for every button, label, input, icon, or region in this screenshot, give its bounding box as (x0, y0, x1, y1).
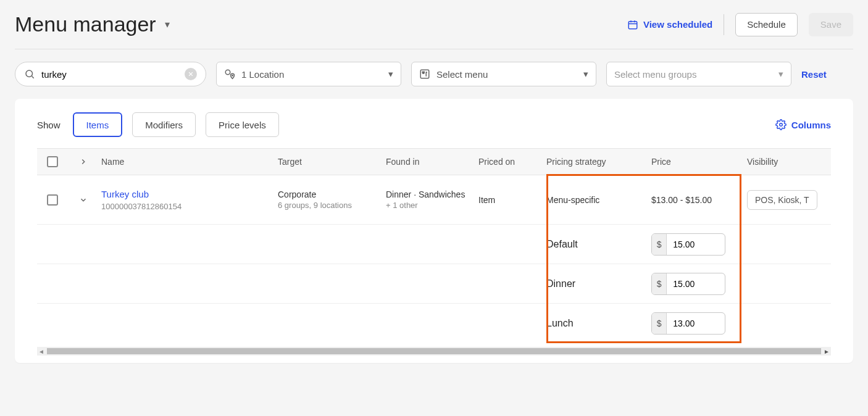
svg-point-2 (225, 70, 230, 75)
location-label: 1 Location (241, 69, 284, 80)
clear-search-button[interactable] (185, 68, 197, 80)
save-button: Save (809, 13, 853, 36)
view-scheduled-link[interactable]: View scheduled (627, 19, 712, 30)
reset-link[interactable]: Reset (801, 69, 827, 80)
currency-prefix: $ (652, 313, 667, 334)
col-priced-on[interactable]: Priced on (478, 157, 546, 167)
svg-point-3 (232, 75, 233, 77)
price-level-rows: Default $ Dinner (37, 225, 831, 343)
page-title: Menu manager (15, 12, 156, 36)
select-all-checkbox[interactable] (47, 156, 58, 167)
tab-modifiers[interactable]: Modifiers (132, 112, 196, 137)
price-range-value: $13.00 - $15.00 (651, 195, 747, 205)
title-dropdown[interactable]: ▾ (165, 19, 170, 30)
currency-prefix: $ (652, 234, 667, 255)
col-found-in[interactable]: Found in (386, 157, 478, 167)
svg-rect-0 (628, 21, 637, 28)
price-input[interactable] (667, 318, 725, 328)
price-level-label: Default (546, 239, 651, 250)
page-header: Menu manager ▾ View scheduled Schedule S… (15, 12, 853, 49)
menu-icon (419, 69, 430, 80)
chevron-right-icon (79, 157, 88, 166)
chevron-down-icon: ▾ (778, 69, 783, 80)
svg-point-1 (26, 70, 33, 77)
menu-groups-label: Select menu groups (614, 69, 696, 80)
price-level-row: Default $ (37, 225, 831, 264)
search-box[interactable] (15, 62, 206, 86)
svg-rect-4 (420, 70, 429, 78)
horizontal-scrollbar[interactable]: ◄ ► (37, 347, 831, 356)
price-field[interactable]: $ (651, 233, 725, 256)
search-icon (24, 69, 35, 80)
chevron-down-icon: ▾ (388, 69, 393, 80)
price-level-label: Dinner (546, 278, 651, 289)
row-expand-toggle[interactable] (68, 196, 99, 204)
scroll-thumb[interactable] (47, 348, 821, 354)
found-in-sub: + 1 other (386, 201, 478, 210)
columns-label: Columns (791, 120, 831, 130)
item-name-link[interactable]: Turkey club (101, 189, 149, 199)
schedule-button[interactable]: Schedule (735, 13, 798, 36)
price-level-row: Lunch $ (37, 304, 831, 343)
price-input[interactable] (667, 239, 725, 249)
menu-select[interactable]: Select menu ▾ (411, 62, 596, 86)
pricing-strategy-value: Menu-specific (546, 195, 651, 205)
filter-bar: 1 Location ▾ Select menu ▾ Select menu g… (15, 62, 853, 86)
priced-on-value: Item (478, 195, 546, 205)
view-scheduled-label: View scheduled (643, 19, 712, 30)
table-row: Turkey club 100000037812860154 Corporate… (37, 175, 831, 225)
item-id: 100000037812860154 (101, 202, 278, 211)
found-in-value: Dinner · Sandwiches (386, 189, 478, 199)
price-level-label: Lunch (546, 318, 651, 329)
col-pricing-strategy[interactable]: Pricing strategy (546, 157, 651, 167)
scroll-left-arrow[interactable]: ◄ (37, 348, 46, 355)
table-header: Name Target Found in Priced on Pricing s… (37, 148, 831, 175)
scroll-right-arrow[interactable]: ► (822, 348, 831, 355)
price-level-row: Dinner $ (37, 264, 831, 304)
chevron-down-icon: ▾ (583, 69, 588, 80)
columns-button[interactable]: Columns (775, 119, 831, 130)
search-input[interactable] (41, 69, 178, 80)
visibility-chip[interactable]: POS, Kiosk, T (747, 190, 817, 210)
price-field[interactable]: $ (651, 312, 725, 335)
target-value: Corporate (278, 189, 386, 199)
close-icon (188, 71, 194, 77)
show-label: Show (37, 120, 61, 130)
col-target[interactable]: Target (278, 157, 386, 167)
gear-icon (775, 119, 787, 130)
tab-price-levels[interactable]: Price levels (206, 112, 279, 137)
tab-items[interactable]: Items (73, 112, 123, 137)
col-name[interactable]: Name (99, 157, 278, 167)
expand-all-toggle[interactable] (68, 157, 99, 166)
location-select[interactable]: 1 Location ▾ (216, 62, 401, 86)
chevron-down-icon (79, 196, 88, 204)
currency-prefix: $ (652, 273, 667, 294)
col-price[interactable]: Price (651, 157, 747, 167)
header-divider (724, 14, 724, 35)
col-visibility[interactable]: Visibility (747, 157, 831, 167)
calendar-icon (627, 19, 638, 30)
menu-label: Select menu (436, 69, 488, 80)
target-sub: 6 groups, 9 locations (278, 201, 386, 210)
svg-point-5 (780, 123, 783, 127)
menu-groups-select[interactable]: Select menu groups ▾ (606, 62, 791, 86)
location-icon (224, 69, 235, 80)
price-input[interactable] (667, 279, 725, 289)
price-field[interactable]: $ (651, 273, 725, 295)
results-card: Show Items Modifiers Price levels Column… (15, 99, 853, 363)
row-checkbox[interactable] (47, 194, 58, 206)
results-table: Name Target Found in Priced on Pricing s… (15, 148, 853, 343)
